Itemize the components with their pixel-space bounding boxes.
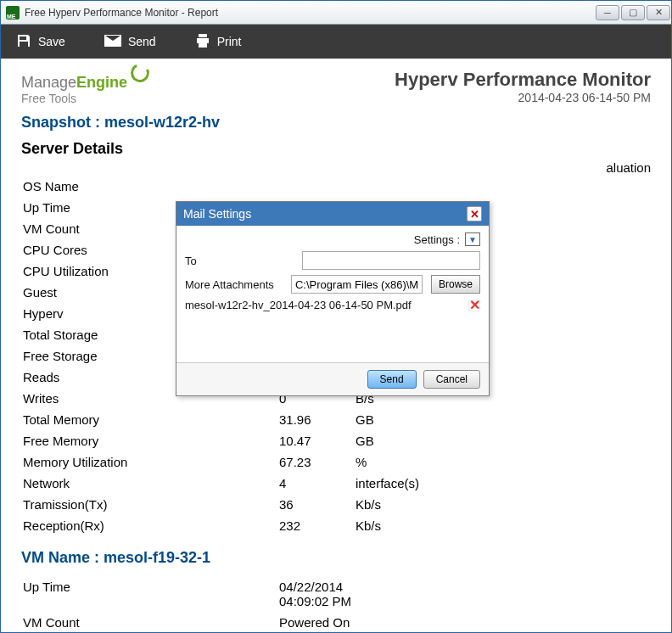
- metric-unit: Kb/s: [356, 495, 649, 514]
- send-label: Send: [128, 35, 156, 48]
- metric-name: Free Memory: [23, 431, 277, 451]
- dialog-footer: Send Cancel: [176, 362, 489, 395]
- metric-name: OS Name: [23, 176, 277, 196]
- brand-part-a: Manage: [21, 74, 76, 91]
- report-header: Hyperv Performance Monitor 2014-04-23 06…: [395, 69, 651, 104]
- settings-dropdown[interactable]: ▼: [465, 232, 480, 246]
- send-button[interactable]: Send: [104, 35, 156, 49]
- metric-unit: Kb/s: [356, 516, 649, 535]
- dialog-send-button[interactable]: Send: [367, 370, 417, 389]
- swoosh-icon: [128, 61, 152, 85]
- brand-part-b: Engine: [76, 74, 127, 91]
- titlebar: Free Hyperv Performance Monitor - Report…: [1, 1, 671, 25]
- brand-subtitle: Free Tools: [21, 92, 149, 105]
- table-row: OS Name: [23, 176, 649, 196]
- snapshot-heading: Snapshot : mesol-w12r2-hv: [21, 114, 651, 132]
- metric-name: Reception(Rx): [23, 516, 277, 535]
- app-icon: [6, 6, 20, 20]
- metric-unit: GB: [356, 410, 649, 429]
- metric-value: 36: [279, 495, 354, 514]
- report-timestamp: 2014-04-23 06-14-50 PM: [395, 91, 651, 104]
- minimize-button[interactable]: ─: [596, 5, 619, 20]
- settings-label: Settings :: [414, 233, 460, 246]
- metric-unit: %: [356, 452, 649, 472]
- window-buttons: ─ ▢ ✕: [595, 5, 671, 20]
- to-row: To: [185, 251, 480, 270]
- dialog-body: Settings : ▼ To More Attachments Browse …: [176, 226, 489, 395]
- table-row: Memory Utilization67.23%: [23, 452, 649, 472]
- mail-settings-dialog: Mail Settings ✕ Settings : ▼ To More A: [176, 201, 490, 396]
- metric-unit: [356, 176, 649, 196]
- mail-icon: [104, 35, 121, 49]
- print-icon: [195, 33, 210, 51]
- save-button[interactable]: Save: [16, 33, 65, 51]
- print-label: Print: [217, 35, 242, 48]
- table-row: Reception(Rx)232Kb/s: [23, 516, 649, 535]
- dialog-close-button[interactable]: ✕: [467, 206, 482, 221]
- window-title: Free Hyperv Performance Monitor - Report: [25, 7, 218, 19]
- evaluation-text: aluation: [606, 160, 651, 175]
- metric-value: 04/22/2014 04:09:02 PM: [279, 577, 354, 611]
- metric-name: VM Count: [23, 613, 277, 632]
- report-title: Hyperv Performance Monitor: [395, 69, 651, 91]
- brand: ManageEngine: [21, 69, 149, 92]
- close-window-button[interactable]: ✕: [647, 5, 670, 20]
- save-label: Save: [38, 35, 65, 48]
- metric-name: Tramission(Tx): [23, 495, 277, 514]
- server-details-heading: Server Details: [21, 140, 123, 158]
- settings-row: Settings : ▼: [185, 232, 480, 246]
- table-row: Tramission(Tx)36Kb/s: [23, 495, 649, 514]
- app-window: Free Hyperv Performance Monitor - Report…: [0, 0, 672, 633]
- metric-unit: [356, 613, 649, 632]
- table-row: Up Time04/22/2014 04:09:02 PM: [23, 577, 649, 611]
- metric-value: [279, 176, 354, 196]
- metric-unit: [356, 577, 649, 611]
- dialog-title: Mail Settings: [183, 207, 251, 221]
- metric-value: 67.23: [279, 452, 354, 472]
- metric-name: Total Memory: [23, 410, 277, 429]
- to-input[interactable]: [302, 251, 480, 270]
- metric-value: 232: [279, 516, 354, 535]
- metric-name: Memory Utilization: [23, 452, 277, 472]
- metric-name: Network: [23, 473, 277, 493]
- table-row: VM CountPowered On: [23, 613, 649, 632]
- attachment-filename: mesol-w12r2-hv_2014-04-23 06-14-50 PM.pd…: [185, 299, 460, 311]
- viewport: ManageEngine Free Tools Hyperv Performan…: [1, 59, 671, 632]
- metric-unit: interface(s): [356, 473, 649, 493]
- attachments-row: More Attachments Browse: [185, 275, 480, 294]
- save-icon: [16, 33, 31, 51]
- close-icon: ✕: [470, 208, 479, 221]
- remove-attachment-button[interactable]: ✕: [468, 300, 480, 311]
- table-row: Total Memory31.96GB: [23, 410, 649, 429]
- dialog-cancel-button[interactable]: Cancel: [423, 370, 480, 389]
- browse-button[interactable]: Browse: [431, 275, 480, 294]
- metric-value: 10.47: [279, 431, 354, 451]
- print-button[interactable]: Print: [195, 33, 242, 51]
- chevron-down-icon: ▼: [468, 235, 477, 244]
- attachment-path-input[interactable]: [291, 275, 423, 294]
- metric-value: 4: [279, 473, 354, 493]
- to-label: To: [185, 255, 294, 267]
- table-row: Network4interface(s): [23, 473, 649, 493]
- vm-heading: VM Name : mesol-f19-32-1: [21, 549, 651, 567]
- maximize-button[interactable]: ▢: [621, 5, 645, 20]
- toolbar: Save Send Print: [1, 25, 671, 59]
- table-row: Free Memory10.47GB: [23, 431, 649, 451]
- attachments-label: More Attachments: [185, 278, 283, 291]
- metric-name: Up Time: [23, 577, 277, 611]
- metric-value: 31.96: [279, 410, 354, 429]
- metric-unit: GB: [356, 431, 649, 451]
- attachment-item-row: mesol-w12r2-hv_2014-04-23 06-14-50 PM.pd…: [185, 299, 480, 311]
- vm-details-table: Up Time04/22/2014 04:09:02 PMVM CountPow…: [21, 575, 651, 632]
- dialog-titlebar: Mail Settings ✕: [176, 202, 489, 226]
- metric-value: Powered On: [279, 613, 354, 632]
- header-row: ManageEngine Free Tools Hyperv Performan…: [21, 69, 651, 105]
- logo: ManageEngine Free Tools: [21, 69, 149, 105]
